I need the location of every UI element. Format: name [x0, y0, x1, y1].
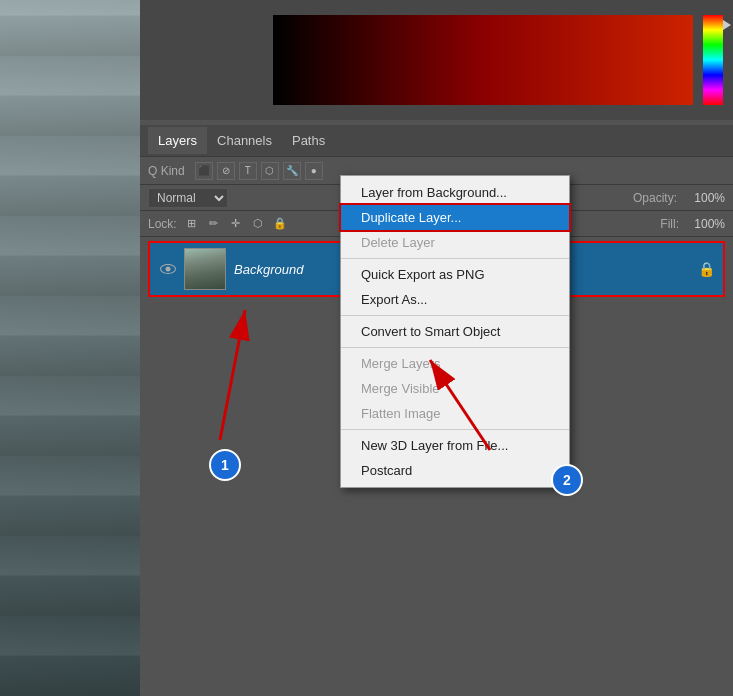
fill-value: 100% [685, 217, 725, 231]
layers-panel: Layers Channels Paths Q Kind ⬛ ⊘ T ⬡ 🔧 ●… [140, 125, 733, 696]
menu-item-new-3d-layer[interactable]: New 3D Layer from File... [341, 433, 569, 458]
tab-paths[interactable]: Paths [282, 127, 335, 154]
hue-bar[interactable] [703, 15, 723, 105]
opacity-value: 100% [685, 191, 725, 205]
menu-item-layer-from-background[interactable]: Layer from Background... [341, 180, 569, 205]
text-filter-icon[interactable]: T [239, 162, 257, 180]
lock-all-icon[interactable]: 🔒 [271, 215, 289, 233]
menu-separator-4 [341, 429, 569, 430]
menu-item-flatten-image: Flatten Image [341, 401, 569, 426]
menu-item-postcard[interactable]: Postcard [341, 458, 569, 483]
tab-channels[interactable]: Channels [207, 127, 282, 154]
menu-item-duplicate-layer[interactable]: Duplicate Layer... [341, 205, 569, 230]
tabs-row: Layers Channels Paths [140, 125, 733, 157]
circle-filter-icon[interactable]: ⊘ [217, 162, 235, 180]
menu-item-convert-smart[interactable]: Convert to Smart Object [341, 319, 569, 344]
dot-filter-icon[interactable]: ● [305, 162, 323, 180]
eye-icon [160, 264, 176, 274]
photo-background [0, 0, 140, 696]
color-picker-area [140, 0, 733, 120]
context-menu: Layer from Background... Duplicate Layer… [340, 175, 570, 488]
tab-layers[interactable]: Layers [148, 127, 207, 154]
fill-label: Fill: [660, 217, 679, 231]
lock-artboard-icon[interactable]: ⬡ [249, 215, 267, 233]
menu-separator-3 [341, 347, 569, 348]
filter-icons: ⬛ ⊘ T ⬡ 🔧 ● [195, 162, 323, 180]
adjust-filter-icon[interactable]: 🔧 [283, 162, 301, 180]
left-photo-panel [0, 0, 140, 696]
menu-item-merge-layers: Merge Layers [341, 351, 569, 376]
filter-label: Q Kind [148, 164, 185, 178]
lock-pixels-icon[interactable]: ✏ [205, 215, 223, 233]
layer-name: Background [234, 262, 303, 277]
layer-locked-icon: 🔒 [698, 261, 715, 277]
lock-icons: ⊞ ✏ ✛ ⬡ 🔒 [183, 215, 289, 233]
shape-filter-icon[interactable]: ⬡ [261, 162, 279, 180]
main-panel: Layers Channels Paths Q Kind ⬛ ⊘ T ⬡ 🔧 ●… [140, 0, 733, 696]
menu-item-export-as[interactable]: Export As... [341, 287, 569, 312]
hue-indicator [723, 20, 731, 30]
blend-mode-dropdown[interactable]: Normal Multiply Screen [148, 188, 228, 208]
menu-item-merge-visible: Merge Visible [341, 376, 569, 401]
layer-thumbnail-image [185, 249, 225, 289]
menu-item-delete-layer: Delete Layer [341, 230, 569, 255]
opacity-label: Opacity: [633, 191, 677, 205]
lock-label: Lock: [148, 217, 177, 231]
menu-separator-1 [341, 258, 569, 259]
menu-separator-2 [341, 315, 569, 316]
lock-transparent-icon[interactable]: ⊞ [183, 215, 201, 233]
lock-position-icon[interactable]: ✛ [227, 215, 245, 233]
gradient-picker[interactable] [273, 15, 693, 105]
layer-thumbnail [184, 248, 226, 290]
image-filter-icon[interactable]: ⬛ [195, 162, 213, 180]
layer-visibility-toggle[interactable] [158, 259, 178, 279]
menu-item-quick-export[interactable]: Quick Export as PNG [341, 262, 569, 287]
